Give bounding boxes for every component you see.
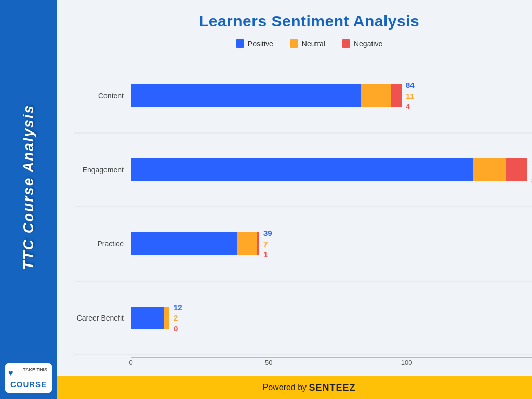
bar-positive bbox=[131, 232, 237, 255]
footer-powered-by: Powered by bbox=[263, 383, 307, 392]
sidebar-title: TTC Course Analysis bbox=[21, 10, 37, 363]
legend-negative: Negative bbox=[342, 39, 382, 48]
chart-legend: Positive Neutral Negative bbox=[74, 39, 532, 48]
chart-container: Learners Sentiment Analysis Positive Neu… bbox=[57, 0, 532, 376]
bar-row-engagement: Engagement125128 bbox=[74, 134, 532, 208]
bar-values: 1220 bbox=[174, 302, 182, 334]
legend-neutral: Neutral bbox=[290, 39, 325, 48]
bar-neutral bbox=[164, 307, 169, 329]
bar-label: Content bbox=[74, 91, 131, 100]
val-negative: 1 bbox=[263, 249, 272, 260]
bar-row-practice: Practice3971 bbox=[74, 207, 532, 282]
legend-negative-box bbox=[342, 39, 350, 48]
bar-negative bbox=[506, 158, 527, 181]
sidebar: TTC Course Analysis ♥ — TAKE THIS — COUR… bbox=[0, 0, 57, 399]
bar-positive bbox=[131, 307, 164, 329]
legend-positive: Positive bbox=[236, 39, 273, 48]
legend-positive-label: Positive bbox=[248, 39, 273, 48]
bar-neutral bbox=[473, 158, 506, 181]
val-neutral: 7 bbox=[263, 239, 272, 249]
val-positive: 84 bbox=[406, 80, 415, 90]
bar-area: 1220 bbox=[131, 304, 532, 331]
legend-negative-label: Negative bbox=[354, 39, 382, 48]
footer: Powered by SENTEEZ bbox=[57, 376, 532, 399]
bar-values: 3971 bbox=[263, 228, 272, 260]
x-label-0: 0 bbox=[129, 358, 132, 366]
bar-negative bbox=[391, 84, 402, 107]
sidebar-logo: ♥ — TAKE THIS — COURSE bbox=[5, 363, 52, 393]
bar-area: 3971 bbox=[131, 230, 532, 257]
val-negative: 4 bbox=[406, 101, 415, 112]
chart-rows: Content84114Engagement125128Practice3971… bbox=[74, 59, 532, 355]
bar-row-career-benefit: Career Benefit1220 bbox=[74, 282, 532, 356]
bar-neutral bbox=[361, 84, 391, 107]
bar-area: 125128 bbox=[131, 156, 532, 183]
val-neutral: 2 bbox=[174, 313, 182, 323]
x-label-100: 100 bbox=[401, 358, 413, 366]
bar-positive bbox=[131, 84, 361, 107]
x-axis: 0 50 100 150 bbox=[131, 357, 532, 370]
x-label-50: 50 bbox=[265, 358, 272, 366]
bar-neutral bbox=[237, 232, 257, 255]
footer-brand: SENTEEZ bbox=[309, 382, 355, 393]
bar-label: Practice bbox=[74, 240, 131, 248]
bar-label: Career Benefit bbox=[74, 314, 131, 322]
bar-row-content: Content84114 bbox=[74, 59, 532, 134]
legend-neutral-label: Neutral bbox=[302, 39, 325, 48]
bar-area: 84114 bbox=[131, 82, 532, 109]
chart-area: Content84114Engagement125128Practice3971… bbox=[74, 59, 532, 370]
logo-take: — TAKE THIS — bbox=[16, 367, 49, 379]
legend-positive-box bbox=[236, 39, 244, 48]
bar-positive bbox=[131, 158, 473, 181]
bar-negative bbox=[257, 232, 259, 255]
val-negative: 0 bbox=[174, 324, 182, 334]
main-content: Learners Sentiment Analysis Positive Neu… bbox=[57, 0, 532, 399]
logo-course: COURSE bbox=[10, 380, 47, 389]
bar-label: Engagement bbox=[74, 166, 131, 174]
val-positive: 39 bbox=[263, 228, 272, 238]
bar-values: 84114 bbox=[406, 80, 415, 112]
chart-title: Learners Sentiment Analysis bbox=[74, 12, 532, 30]
val-neutral: 11 bbox=[406, 91, 415, 101]
val-positive: 12 bbox=[174, 302, 182, 313]
logo-icon: ♥ bbox=[8, 368, 14, 378]
legend-neutral-box bbox=[290, 39, 298, 48]
